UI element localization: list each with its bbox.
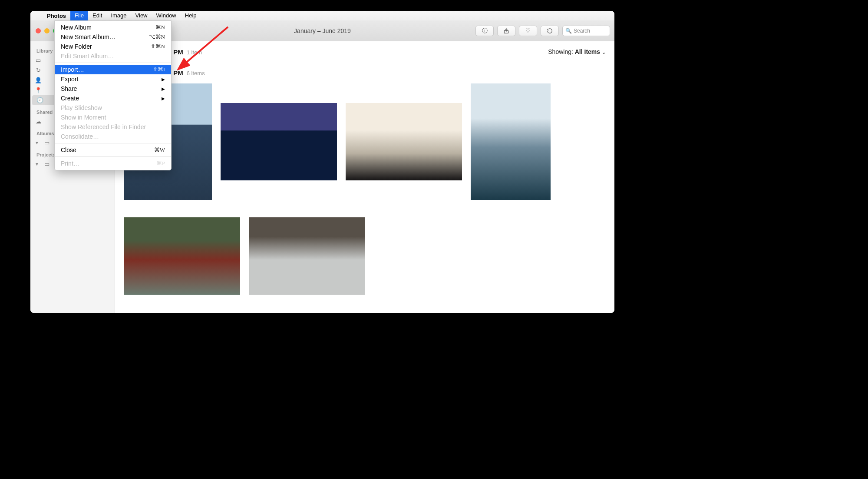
menu-view[interactable]: View (131, 11, 152, 20)
favorite-button[interactable]: ♡ (519, 26, 537, 36)
clock-icon: 🕘 (36, 97, 43, 103)
photo-grid (124, 77, 606, 302)
cloud-icon: ☁︎ (35, 118, 42, 125)
menu-item-export[interactable]: Export (55, 74, 171, 84)
menu-item-label: New Album (61, 24, 155, 31)
chevron-down-icon: ⌄ (602, 50, 606, 55)
disclosure-icon: ▼ (35, 140, 39, 145)
people-icon: 👤 (35, 77, 42, 83)
file-menu-dropdown: New Album⌘NNew Smart Album…⌥⌘NNew Folder… (54, 20, 172, 170)
moment-count: 1 item (187, 49, 202, 56)
photo-thumbnail[interactable] (346, 103, 462, 180)
disclosure-icon: ▼ (35, 162, 39, 166)
folder-icon: ▭ (43, 161, 50, 167)
showing-value: All Items (575, 48, 600, 55)
menu-item-label: Share (61, 85, 162, 92)
menu-item-edit-smart-album: Edit Smart Album… (55, 51, 171, 61)
menu-item-show-referenced-file-in-finder: Show Referenced File in Finder (55, 122, 171, 132)
menu-item-play-slideshow: Play Slideshow (55, 103, 171, 113)
moment-header: 31, 2019 at 3:47 PM 1 item (124, 41, 606, 56)
moment-header: 31, 2019 at 3:57 PM 6 items (124, 62, 606, 77)
menu-help[interactable]: Help (181, 11, 201, 20)
menu-separator (55, 63, 171, 63)
app-name[interactable]: Photos (43, 13, 70, 19)
menu-image[interactable]: Image (106, 11, 131, 20)
menu-item-label: Close (61, 146, 154, 153)
menu-item-shortcut: ⇧⌘N (151, 43, 165, 50)
menu-separator (55, 156, 171, 157)
info-button[interactable]: ⓘ (475, 26, 494, 36)
menu-item-label: Create (61, 95, 162, 102)
menu-item-shortcut: ⌘N (155, 24, 165, 31)
photo-thumbnail[interactable] (249, 217, 365, 295)
menu-item-label: Import… (61, 66, 153, 73)
menu-item-shortcut: ⌘W (154, 146, 165, 153)
share-icon (503, 28, 509, 34)
menu-item-print: Print…⌘P (55, 159, 171, 168)
menu-item-label: Show Referenced File in Finder (61, 123, 165, 130)
menu-item-label: New Folder (61, 43, 151, 50)
photos-icon: ▭ (35, 57, 42, 63)
places-icon: 📍 (35, 87, 42, 93)
showing-filter[interactable]: Showing: All Items ⌄ (548, 48, 606, 55)
mac-menubar: Photos File Edit Image View Window Help (30, 11, 614, 20)
menu-item-new-smart-album[interactable]: New Smart Album…⌥⌘N (55, 32, 171, 42)
menu-window[interactable]: Window (152, 11, 181, 20)
menu-item-label: Play Slideshow (61, 104, 165, 111)
menu-item-new-album[interactable]: New Album⌘N (55, 23, 171, 32)
moment-count: 6 items (187, 70, 205, 77)
info-icon: ⓘ (482, 27, 488, 35)
menu-separator (55, 143, 171, 143)
menu-item-close[interactable]: Close⌘W (55, 145, 171, 155)
menu-item-show-in-moment: Show in Moment (55, 113, 171, 122)
menu-item-label: Export (61, 76, 162, 83)
photo-thumbnail[interactable] (221, 103, 337, 180)
menu-item-consolidate: Consolidate… (55, 132, 171, 141)
rotate-icon (547, 28, 553, 34)
menu-item-label: Print… (61, 160, 156, 167)
search-input[interactable]: 🔍 Search (562, 26, 610, 36)
menu-item-create[interactable]: Create (55, 93, 171, 103)
menu-item-shortcut: ⇧⌘I (153, 66, 165, 73)
menu-item-label: Edit Smart Album… (61, 53, 165, 60)
menu-file[interactable]: File (70, 11, 88, 20)
content-area: 31, 2019 at 3:47 PM 1 item Showing: All … (115, 41, 614, 313)
photo-thumbnail[interactable] (124, 217, 240, 295)
showing-label: Showing: (548, 48, 573, 55)
search-placeholder: Search (574, 28, 590, 34)
share-button[interactable] (497, 26, 515, 36)
menu-item-shortcut: ⌥⌘N (149, 33, 165, 40)
menu-item-import[interactable]: Import…⇧⌘I (55, 65, 171, 74)
menu-item-label: New Smart Album… (61, 33, 149, 40)
rotate-button[interactable] (541, 26, 559, 36)
menu-item-label: Consolidate… (61, 133, 165, 140)
memories-icon: ↻ (35, 67, 42, 73)
search-icon: 🔍 (565, 28, 572, 34)
photo-thumbnail[interactable] (471, 83, 551, 200)
menu-item-share[interactable]: Share (55, 84, 171, 93)
heart-icon: ♡ (525, 27, 531, 34)
menu-item-label: Show in Moment (61, 114, 165, 121)
menu-item-shortcut: ⌘P (156, 160, 165, 167)
album-icon: ▭ (43, 140, 50, 146)
menu-edit[interactable]: Edit (88, 11, 106, 20)
menu-item-new-folder[interactable]: New Folder⇧⌘N (55, 42, 171, 51)
